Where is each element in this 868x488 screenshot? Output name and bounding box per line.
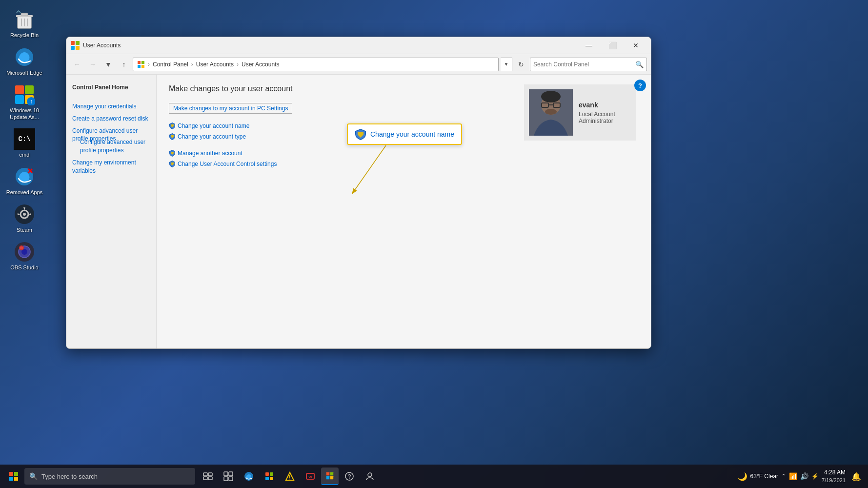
- taskbar-store[interactable]: [260, 467, 279, 486]
- configure-profile-link[interactable]: Configure advanced userprofile propertie…: [79, 136, 151, 157]
- profile-card: evank Local Account Administrator: [524, 84, 636, 141]
- svg-point-18: [23, 213, 26, 216]
- profile-name: evank: [579, 101, 631, 109]
- taskbar-app6[interactable]: W: [301, 467, 320, 486]
- svg-rect-46: [9, 472, 13, 476]
- manage-credentials-link[interactable]: Manage your credentials: [71, 101, 151, 113]
- control-panel-home-link[interactable]: Control Panel Home: [71, 82, 151, 93]
- callout-shield-icon: [355, 128, 366, 140]
- search-box[interactable]: 🔍: [530, 58, 647, 71]
- svg-text:↑: ↑: [30, 98, 33, 105]
- desktop-icon-cmd[interactable]: C:\ cmd: [2, 124, 46, 162]
- callout-tooltip: Change your account name: [347, 123, 462, 145]
- refresh-button[interactable]: ↻: [514, 58, 528, 71]
- taskbar-help[interactable]: ?: [340, 467, 359, 486]
- shield-icon-name: [169, 122, 176, 129]
- maximize-button[interactable]: ⬜: [601, 38, 624, 53]
- obs-studio-icon: [14, 241, 35, 263]
- svg-rect-25: [76, 41, 80, 45]
- removed-apps-icon: [14, 166, 35, 187]
- taskbar-people[interactable]: [360, 467, 380, 486]
- shield-icon-type: [169, 133, 176, 140]
- path-dropdown-button[interactable]: ▼: [501, 58, 512, 71]
- taskbar-search-icon: 🔍: [29, 472, 38, 480]
- title-bar: User Accounts — ⬜ ✕: [66, 37, 651, 54]
- taskbar-search[interactable]: 🔍 Type here to search: [24, 468, 195, 485]
- right-panel: Make changes to your user account Make c…: [157, 75, 651, 348]
- desktop-icon-removed-apps[interactable]: Removed Apps: [2, 162, 46, 200]
- svg-rect-24: [71, 41, 75, 45]
- desktop-icon-windows-update[interactable]: ↑ Windows 10 Update As...: [2, 80, 46, 124]
- svg-rect-29: [141, 61, 144, 64]
- taskbar-right: 🌙 63°F Clear ⌃ 📶 🔊 ⚡ 4:28 AM 7/19/2021 🔔: [738, 468, 864, 484]
- pc-settings-link[interactable]: Make changes to my account in PC Setting…: [169, 103, 292, 114]
- removed-apps-label: Removed Apps: [6, 189, 43, 196]
- svg-rect-59: [265, 472, 269, 476]
- windows-update-label: Windows 10 Update As...: [5, 107, 44, 120]
- path-control-panel[interactable]: Control Panel: [153, 61, 188, 68]
- recycle-bin-label: Recycle Bin: [10, 32, 39, 39]
- volume-icon[interactable]: 🔊: [800, 472, 808, 480]
- back-button[interactable]: ←: [70, 58, 84, 71]
- steam-icon: [14, 203, 35, 225]
- desktop-icon-edge[interactable]: Microsoft Edge: [2, 42, 46, 80]
- svg-rect-9: [15, 95, 24, 104]
- desktop-icon-obs-studio[interactable]: OBS Studio: [2, 237, 46, 275]
- svg-rect-28: [138, 61, 141, 64]
- weather-text: 63°F Clear: [750, 473, 779, 480]
- svg-text:?: ?: [348, 473, 351, 480]
- help-button[interactable]: ?: [634, 80, 646, 91]
- password-reset-link[interactable]: Create a password reset disk: [71, 113, 151, 125]
- recent-locations-button[interactable]: ▼: [101, 58, 115, 71]
- svg-rect-26: [71, 46, 75, 50]
- taskbar-edge[interactable]: [239, 467, 259, 486]
- profile-photo: [529, 89, 573, 136]
- svg-rect-68: [326, 472, 329, 475]
- close-button[interactable]: ✕: [625, 38, 647, 53]
- user-accounts-window: User Accounts — ⬜ ✕ ← → ▼ ↑ › Control Pa…: [66, 37, 651, 349]
- shield-icon-manage: [169, 150, 176, 157]
- active-app-icon: [326, 472, 334, 480]
- taskbar-search-placeholder: Type here to search: [41, 473, 98, 480]
- path-user-accounts-2[interactable]: User Accounts: [242, 61, 279, 68]
- desktop-icons: Recycle Bin Microsoft Edge ↑ Windows 10 …: [0, 0, 49, 280]
- window-icon: [70, 41, 80, 50]
- search-input[interactable]: [533, 61, 635, 68]
- callout-text[interactable]: Change your account name: [370, 130, 454, 138]
- svg-rect-8: [25, 85, 34, 94]
- desktop-icon-recycle-bin[interactable]: Recycle Bin: [2, 5, 46, 42]
- up-button[interactable]: ↑: [117, 58, 131, 71]
- svg-rect-52: [203, 477, 207, 480]
- taskbar-app-icons: W ?: [198, 467, 380, 486]
- network-icon[interactable]: 📶: [789, 472, 797, 480]
- edge-icon: [14, 46, 35, 68]
- start-button[interactable]: [4, 467, 23, 486]
- clock[interactable]: 4:28 AM 7/19/2021: [822, 469, 846, 484]
- time-display: 4:28 AM: [824, 469, 846, 477]
- taskbar-app5[interactable]: [280, 467, 300, 486]
- forward-button[interactable]: →: [86, 58, 100, 71]
- svg-rect-27: [76, 46, 80, 50]
- environment-vars-link[interactable]: Change my environment variables: [71, 157, 151, 177]
- notification-center-button[interactable]: 🔔: [848, 468, 864, 484]
- windows-update-icon: ↑: [14, 84, 35, 105]
- svg-rect-56: [224, 477, 228, 481]
- battery-icon[interactable]: ⚡: [811, 473, 819, 480]
- manage-another-account-link[interactable]: Manage another account: [169, 150, 639, 157]
- taskbar-active-app[interactable]: [321, 468, 339, 485]
- svg-rect-49: [14, 477, 18, 481]
- svg-rect-61: [265, 477, 269, 480]
- taskbar-task-view[interactable]: [198, 467, 218, 486]
- uac-settings-link[interactable]: Change User Account Control settings: [169, 161, 639, 167]
- minimize-button[interactable]: —: [578, 38, 600, 53]
- taskbar-widgets[interactable]: [219, 467, 238, 486]
- desktop-icon-steam[interactable]: Steam: [2, 200, 46, 237]
- svg-rect-70: [326, 476, 329, 479]
- svg-rect-53: [208, 477, 212, 480]
- svg-rect-50: [203, 473, 207, 476]
- svg-rect-60: [270, 472, 273, 476]
- path-user-accounts[interactable]: User Accounts: [196, 61, 234, 68]
- tray-expand-icon[interactable]: ⌃: [781, 473, 786, 480]
- profile-avatar: [529, 89, 573, 136]
- left-panel: Control Panel Home Manage your credentia…: [66, 75, 157, 348]
